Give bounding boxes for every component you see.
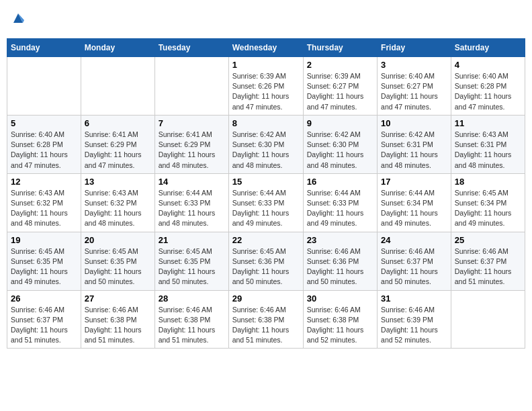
weekday-header: Monday bbox=[81, 39, 154, 57]
day-info: Sunrise: 6:45 AMSunset: 6:35 PMDaylight:… bbox=[11, 246, 77, 287]
day-number: 19 bbox=[11, 235, 77, 245]
calendar-table: SundayMondayTuesdayWednesdayThursdayFrid… bbox=[7, 38, 525, 349]
day-number: 9 bbox=[307, 118, 373, 128]
day-info: Sunrise: 6:39 AMSunset: 6:27 PMDaylight:… bbox=[307, 71, 373, 112]
calendar-cell: 25Sunrise: 6:46 AMSunset: 6:37 PMDayligh… bbox=[451, 232, 525, 290]
day-number: 12 bbox=[11, 177, 77, 187]
calendar-cell: 18Sunrise: 6:45 AMSunset: 6:34 PMDayligh… bbox=[451, 173, 525, 232]
day-info: Sunrise: 6:46 AMSunset: 6:37 PMDaylight:… bbox=[381, 246, 447, 287]
day-number: 21 bbox=[159, 235, 225, 245]
calendar-cell: 8Sunrise: 6:42 AMSunset: 6:30 PMDaylight… bbox=[228, 115, 303, 173]
calendar-cell: 30Sunrise: 6:46 AMSunset: 6:38 PMDayligh… bbox=[303, 290, 377, 349]
day-number: 13 bbox=[85, 177, 151, 187]
day-info: Sunrise: 6:41 AMSunset: 6:29 PMDaylight:… bbox=[159, 130, 225, 171]
day-info: Sunrise: 6:42 AMSunset: 6:30 PMDaylight:… bbox=[232, 130, 300, 171]
calendar-cell bbox=[451, 290, 525, 349]
calendar-cell: 12Sunrise: 6:43 AMSunset: 6:32 PMDayligh… bbox=[7, 173, 81, 232]
day-info: Sunrise: 6:46 AMSunset: 6:38 PMDaylight:… bbox=[85, 305, 151, 346]
day-number: 22 bbox=[232, 235, 300, 245]
day-info: Sunrise: 6:41 AMSunset: 6:29 PMDaylight:… bbox=[85, 130, 151, 171]
calendar-cell: 28Sunrise: 6:46 AMSunset: 6:38 PMDayligh… bbox=[154, 290, 228, 349]
page-header bbox=[7, 7, 525, 33]
day-number: 17 bbox=[381, 177, 447, 187]
day-info: Sunrise: 6:45 AMSunset: 6:35 PMDaylight:… bbox=[159, 246, 225, 287]
day-info: Sunrise: 6:43 AMSunset: 6:31 PMDaylight:… bbox=[455, 130, 521, 171]
calendar-cell: 16Sunrise: 6:44 AMSunset: 6:33 PMDayligh… bbox=[303, 173, 377, 232]
calendar-cell: 13Sunrise: 6:43 AMSunset: 6:32 PMDayligh… bbox=[81, 173, 154, 232]
calendar-cell: 3Sunrise: 6:40 AMSunset: 6:27 PMDaylight… bbox=[378, 57, 451, 116]
day-number: 31 bbox=[381, 293, 447, 304]
weekday-header: Sunday bbox=[7, 39, 81, 57]
day-number: 8 bbox=[232, 118, 300, 128]
day-number: 2 bbox=[307, 60, 373, 70]
calendar-cell: 26Sunrise: 6:46 AMSunset: 6:37 PMDayligh… bbox=[7, 290, 81, 349]
day-number: 5 bbox=[11, 118, 77, 128]
calendar-cell: 11Sunrise: 6:43 AMSunset: 6:31 PMDayligh… bbox=[451, 115, 525, 173]
day-number: 6 bbox=[85, 118, 151, 128]
calendar-cell: 23Sunrise: 6:46 AMSunset: 6:36 PMDayligh… bbox=[303, 232, 377, 290]
calendar-cell: 5Sunrise: 6:40 AMSunset: 6:28 PMDaylight… bbox=[7, 115, 81, 173]
day-info: Sunrise: 6:45 AMSunset: 6:36 PMDaylight:… bbox=[232, 246, 300, 287]
calendar-cell: 22Sunrise: 6:45 AMSunset: 6:36 PMDayligh… bbox=[228, 232, 303, 290]
day-info: Sunrise: 6:46 AMSunset: 6:37 PMDaylight:… bbox=[455, 246, 521, 287]
day-info: Sunrise: 6:43 AMSunset: 6:32 PMDaylight:… bbox=[85, 188, 151, 229]
calendar-cell: 17Sunrise: 6:44 AMSunset: 6:34 PMDayligh… bbox=[378, 173, 451, 232]
day-info: Sunrise: 6:46 AMSunset: 6:38 PMDaylight:… bbox=[232, 305, 300, 346]
day-number: 20 bbox=[85, 235, 151, 245]
calendar-cell: 10Sunrise: 6:42 AMSunset: 6:31 PMDayligh… bbox=[378, 115, 451, 173]
calendar-cell: 31Sunrise: 6:46 AMSunset: 6:39 PMDayligh… bbox=[378, 290, 451, 349]
day-number: 25 bbox=[455, 235, 521, 245]
weekday-header: Wednesday bbox=[228, 39, 303, 57]
calendar-cell: 4Sunrise: 6:40 AMSunset: 6:28 PMDaylight… bbox=[451, 57, 525, 116]
day-info: Sunrise: 6:44 AMSunset: 6:33 PMDaylight:… bbox=[159, 188, 225, 229]
day-number: 29 bbox=[232, 293, 300, 304]
day-number: 30 bbox=[307, 293, 373, 304]
day-info: Sunrise: 6:44 AMSunset: 6:33 PMDaylight:… bbox=[307, 188, 373, 229]
calendar-week-row: 12Sunrise: 6:43 AMSunset: 6:32 PMDayligh… bbox=[7, 173, 525, 232]
day-number: 18 bbox=[455, 177, 521, 187]
calendar-cell: 19Sunrise: 6:45 AMSunset: 6:35 PMDayligh… bbox=[7, 232, 81, 290]
day-number: 11 bbox=[455, 118, 521, 128]
day-info: Sunrise: 6:42 AMSunset: 6:30 PMDaylight:… bbox=[307, 130, 373, 171]
logo-icon bbox=[11, 11, 26, 26]
day-number: 23 bbox=[307, 235, 373, 245]
day-number: 28 bbox=[159, 293, 225, 304]
day-number: 4 bbox=[455, 60, 521, 70]
day-number: 15 bbox=[232, 177, 300, 187]
weekday-header: Thursday bbox=[303, 39, 377, 57]
day-info: Sunrise: 6:39 AMSunset: 6:26 PMDaylight:… bbox=[232, 71, 300, 112]
calendar-week-row: 19Sunrise: 6:45 AMSunset: 6:35 PMDayligh… bbox=[7, 232, 525, 290]
weekday-header-row: SundayMondayTuesdayWednesdayThursdayFrid… bbox=[7, 39, 525, 57]
weekday-header: Friday bbox=[378, 39, 451, 57]
day-info: Sunrise: 6:40 AMSunset: 6:27 PMDaylight:… bbox=[381, 71, 447, 112]
calendar-cell: 7Sunrise: 6:41 AMSunset: 6:29 PMDaylight… bbox=[154, 115, 228, 173]
calendar-cell: 24Sunrise: 6:46 AMSunset: 6:37 PMDayligh… bbox=[378, 232, 451, 290]
weekday-header: Saturday bbox=[451, 39, 525, 57]
day-info: Sunrise: 6:46 AMSunset: 6:38 PMDaylight:… bbox=[307, 305, 373, 346]
day-info: Sunrise: 6:46 AMSunset: 6:36 PMDaylight:… bbox=[307, 246, 373, 287]
day-number: 27 bbox=[85, 293, 151, 304]
day-info: Sunrise: 6:43 AMSunset: 6:32 PMDaylight:… bbox=[11, 188, 77, 229]
calendar-cell bbox=[81, 57, 154, 116]
day-number: 3 bbox=[381, 60, 447, 70]
day-info: Sunrise: 6:45 AMSunset: 6:35 PMDaylight:… bbox=[85, 246, 151, 287]
calendar-cell: 9Sunrise: 6:42 AMSunset: 6:30 PMDaylight… bbox=[303, 115, 377, 173]
day-info: Sunrise: 6:44 AMSunset: 6:33 PMDaylight:… bbox=[232, 188, 300, 229]
day-info: Sunrise: 6:40 AMSunset: 6:28 PMDaylight:… bbox=[11, 130, 77, 171]
calendar-cell: 6Sunrise: 6:41 AMSunset: 6:29 PMDaylight… bbox=[81, 115, 154, 173]
day-number: 10 bbox=[381, 118, 447, 128]
calendar-cell bbox=[7, 57, 81, 116]
calendar-cell: 14Sunrise: 6:44 AMSunset: 6:33 PMDayligh… bbox=[154, 173, 228, 232]
day-number: 26 bbox=[11, 293, 77, 304]
calendar-cell bbox=[154, 57, 228, 116]
day-number: 1 bbox=[232, 60, 300, 70]
calendar-week-row: 26Sunrise: 6:46 AMSunset: 6:37 PMDayligh… bbox=[7, 290, 525, 349]
day-info: Sunrise: 6:45 AMSunset: 6:34 PMDaylight:… bbox=[455, 188, 521, 229]
day-number: 7 bbox=[159, 118, 225, 128]
calendar-cell: 29Sunrise: 6:46 AMSunset: 6:38 PMDayligh… bbox=[228, 290, 303, 349]
calendar-cell: 2Sunrise: 6:39 AMSunset: 6:27 PMDaylight… bbox=[303, 57, 377, 116]
day-info: Sunrise: 6:40 AMSunset: 6:28 PMDaylight:… bbox=[455, 71, 521, 112]
calendar-cell: 20Sunrise: 6:45 AMSunset: 6:35 PMDayligh… bbox=[81, 232, 154, 290]
day-number: 14 bbox=[159, 177, 225, 187]
day-info: Sunrise: 6:42 AMSunset: 6:31 PMDaylight:… bbox=[381, 130, 447, 171]
